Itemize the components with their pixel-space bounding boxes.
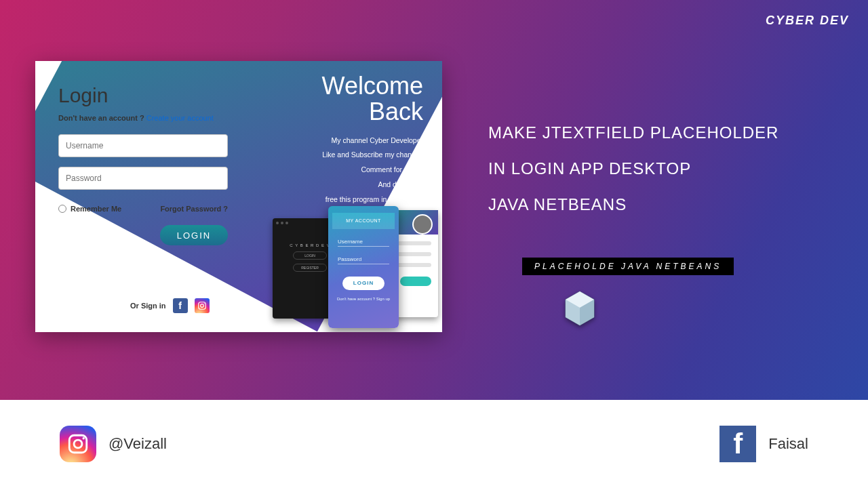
mockup-phone: MY ACCOUNT Username Password LOGIN Don't… bbox=[328, 206, 399, 328]
footer: @Veizall f Faisal bbox=[0, 400, 868, 488]
mockup-phone-header: MY ACCOUNT bbox=[332, 213, 395, 229]
no-account-text: Don't have an account ? Create your acco… bbox=[58, 114, 241, 122]
remember-me-radio[interactable]: Remember Me bbox=[58, 205, 121, 213]
login-panel: Login Don't have an account ? Create you… bbox=[58, 84, 241, 245]
svg-point-2 bbox=[203, 303, 204, 304]
facebook-icon[interactable]: f bbox=[173, 298, 188, 313]
mockup-phone-login: LOGIN bbox=[342, 277, 384, 290]
svg-point-8 bbox=[74, 440, 82, 448]
instagram-icon[interactable] bbox=[195, 298, 210, 313]
mockup-dark-login: LOGIN bbox=[293, 251, 327, 260]
mockup-phone-password: Password bbox=[338, 256, 389, 262]
login-button[interactable]: LOGIN bbox=[160, 225, 228, 245]
welcome-line: And download bbox=[281, 180, 423, 190]
forgot-password-link[interactable]: Forgot Password ? bbox=[160, 205, 228, 213]
video-title: MAKE JTEXTFIELD PLACEHOLDER IN LOGIN APP… bbox=[488, 115, 778, 222]
welcome-panel: Welcome Back My channel Cyber Developer … bbox=[281, 73, 423, 224]
remember-me-label: Remember Me bbox=[71, 205, 121, 213]
svg-point-1 bbox=[200, 304, 203, 308]
no-account-label: Don't have an account ? bbox=[58, 114, 146, 122]
title-line-3: JAVA NETBEANS bbox=[488, 187, 778, 223]
mockup-dark-register: REGISTER bbox=[293, 264, 327, 272]
facebook-icon[interactable]: f bbox=[719, 426, 756, 462]
login-heading: Login bbox=[58, 84, 241, 107]
radio-circle-icon bbox=[58, 205, 66, 213]
welcome-heading: Welcome Back bbox=[281, 73, 423, 125]
welcome-line: Like and Subscribe my channel. bbox=[281, 150, 423, 161]
mockup-phone-signup: Don't have account ? Sign up bbox=[328, 297, 399, 301]
username-input[interactable] bbox=[58, 134, 228, 157]
subtitle-badge: PLACEHOLDE JAVA NETBEANS bbox=[522, 258, 734, 275]
create-account-link[interactable]: Create your account bbox=[146, 114, 214, 122]
mockup-group: C Y B E R D E V LOGIN REGISTER MY ACCOUN… bbox=[273, 210, 442, 332]
svg-point-9 bbox=[83, 437, 85, 439]
facebook-name: Faisal bbox=[768, 435, 808, 453]
welcome-line: free this program in description bbox=[281, 195, 423, 205]
or-signin-label: Or Sign in bbox=[130, 302, 166, 310]
brand-label: CYBER DEV bbox=[766, 14, 849, 28]
welcome-line: Comment for video, bbox=[281, 165, 423, 176]
or-signin-row: Or Sign in f bbox=[130, 298, 210, 313]
svg-rect-0 bbox=[198, 302, 205, 310]
login-card: Login Don't have an account ? Create you… bbox=[35, 61, 442, 332]
mockup-phone-username: Username bbox=[338, 239, 389, 245]
password-input[interactable] bbox=[58, 167, 228, 190]
title-line-2: IN LOGIN APP DESKTOP bbox=[488, 151, 778, 187]
instagram-icon[interactable] bbox=[60, 426, 96, 462]
netbeans-icon bbox=[563, 290, 597, 328]
instagram-handle: @Veizall bbox=[108, 435, 167, 453]
welcome-line: My channel Cyber Developer bbox=[281, 136, 423, 146]
title-line-1: MAKE JTEXTFIELD PLACEHOLDER bbox=[488, 115, 778, 151]
